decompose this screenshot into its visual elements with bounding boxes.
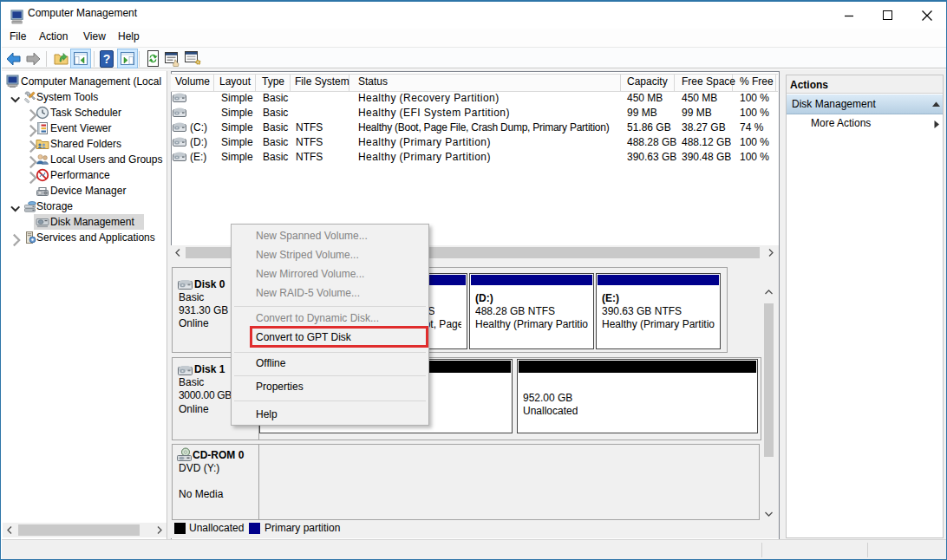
- svg-text:?: ?: [103, 52, 111, 66]
